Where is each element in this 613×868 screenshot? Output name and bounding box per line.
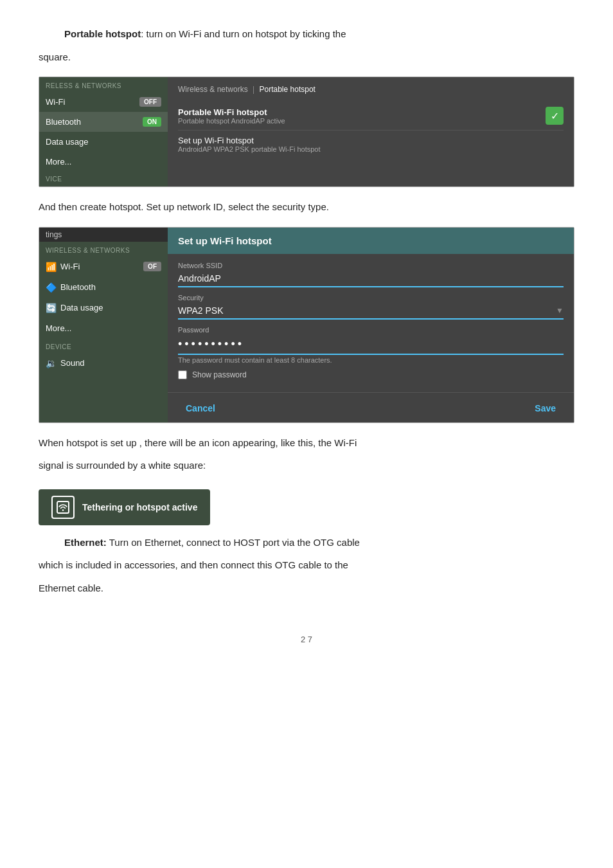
panel2-wifi-label: Wi-Fi [60, 262, 80, 271]
heading-rest: : turn on Wi-Fi and turn on hotspot by t… [141, 28, 346, 39]
panel1-section-title: RELESS & NETWORKS [39, 77, 168, 92]
screenshot-panel-2: tings WIRELESS & NETWORKS 📶 Wi-Fi OF 🔷 B… [39, 227, 574, 423]
panel1-bluetooth-label: Bluetooth [46, 117, 81, 127]
security-field: Security WPA2 PSK ▼ [178, 294, 564, 320]
tethering-text: Tethering or hotspot active [82, 502, 197, 512]
panel2-wifi-item[interactable]: 📶 Wi-Fi OF [39, 257, 168, 277]
prose2: And then create hotspot. Set up network … [39, 199, 574, 215]
show-password-checkbox[interactable] [178, 370, 187, 379]
setup-wifi-title: Set up Wi-Fi hotspot [178, 136, 564, 145]
panel1-breadcrumb: Wireless & networks | Portable hotspot [178, 85, 564, 94]
network-ssid-label: Network SSID [178, 262, 564, 269]
portable-wifi-sub: Portable hotspot AndroidAP active [178, 117, 285, 125]
security-value[interactable]: WPA2 PSK ▼ [178, 303, 564, 320]
panel2-left: tings WIRELESS & NETWORKS 📶 Wi-Fi OF 🔷 B… [39, 228, 168, 422]
panel1-bluetooth-badge: ON [143, 117, 161, 127]
panel2-sound-item[interactable]: 🔉 Sound [39, 353, 168, 374]
cancel-button[interactable]: Cancel [178, 401, 223, 416]
breadcrumb-left: Wireless & networks [178, 85, 248, 94]
footer-page-number: 2 7 [39, 635, 574, 644]
password-label: Password [178, 326, 564, 334]
ethernet-line3: Ethernet cable. [39, 580, 574, 597]
ethernet-bold: Ethernet: [64, 537, 107, 548]
ethernet-paragraph: Ethernet: Turn on Ethernet, connect to H… [64, 534, 574, 551]
panel1-more-label: More... [46, 157, 71, 167]
panel2-sound-label: Sound [60, 358, 85, 368]
portable-wifi-row[interactable]: Portable Wi-Fi hotspot Portable hotspot … [178, 102, 564, 131]
panel1-wifi-label: Wi-Fi [46, 97, 65, 107]
wifi-icon: 📶 [46, 262, 57, 272]
breadcrumb-right: Portable hotspot [260, 85, 315, 94]
screenshot-panel-1: RELESS & NETWORKS Wi-Fi OFF Bluetooth ON… [39, 77, 574, 187]
dialog-buttons: Cancel Save [168, 392, 574, 422]
setup-wifi-row[interactable]: Set up Wi-Fi hotspot AndroidAP WPA2 PSK … [178, 131, 564, 158]
panel2-wifi-badge: OF [143, 262, 161, 271]
show-password-label: Show password [192, 370, 247, 379]
bold-hotspot: Portable hotspot [64, 28, 141, 39]
panel1-wifi-item[interactable]: Wi-Fi OFF [39, 92, 168, 112]
panel1-wifi-badge: OFF [139, 97, 161, 107]
security-arrow: ▼ [556, 306, 564, 315]
password-dots: •••••••••• [178, 338, 244, 351]
network-ssid-value[interactable]: AndroidAP [178, 271, 564, 287]
breadcrumb-sep: | [253, 85, 254, 94]
password-value[interactable]: •••••••••• [178, 335, 564, 355]
panel1-data-usage-label: Data usage [46, 137, 89, 147]
password-field: Password •••••••••• The password must co… [178, 326, 564, 364]
bluetooth-icon: 🔷 [46, 282, 57, 293]
panel2-tings-label: tings [39, 228, 168, 242]
heading-paragraph: Portable hotspot: turn on Wi-Fi and turn… [64, 26, 574, 42]
panel1-data-usage-item[interactable]: Data usage [39, 132, 168, 152]
hotspot-wifi-svg [56, 500, 70, 514]
save-button[interactable]: Save [527, 401, 564, 416]
tethering-hotspot-icon [51, 496, 75, 519]
panel2-bluetooth-item[interactable]: 🔷 Bluetooth [39, 277, 168, 298]
network-ssid-field: Network SSID AndroidAP [178, 262, 564, 287]
data-usage-icon: 🔄 [46, 303, 57, 313]
heading-square: square. [39, 49, 574, 66]
panel2-bluetooth-label: Bluetooth [60, 282, 96, 292]
panel2-data-usage-item[interactable]: 🔄 Data usage [39, 298, 168, 318]
prose3: When hotspot is set up , there will be a… [39, 435, 574, 451]
panel2-data-usage-label: Data usage [60, 303, 103, 312]
portable-wifi-checkmark[interactable]: ✓ [546, 107, 564, 125]
password-hint: The password must contain at least 8 cha… [178, 356, 564, 364]
setup-wifi-sub: AndroidAP WPA2 PSK portable Wi-Fi hotspo… [178, 145, 564, 153]
panel2-device-section: DEVICE [39, 338, 168, 353]
panel2-wireless-section: WIRELESS & NETWORKS [39, 242, 168, 257]
dialog-body: Network SSID AndroidAP Security WPA2 PSK… [168, 254, 574, 392]
sound-icon: 🔉 [46, 358, 57, 368]
panel1-left: RELESS & NETWORKS Wi-Fi OFF Bluetooth ON… [39, 77, 168, 186]
tethering-strip: Tethering or hotspot active [39, 489, 210, 525]
panel2-more-label: More... [46, 323, 71, 333]
panel1-vice-label: VICE [39, 172, 168, 186]
ethernet-rest: Turn on Ethernet, connect to HOST port v… [107, 537, 360, 548]
ethernet-line2: which is included in accessories, and th… [39, 557, 574, 574]
panel2-more-item[interactable]: More... [39, 318, 168, 338]
show-password-row: Show password [178, 370, 564, 379]
portable-wifi-title: Portable Wi-Fi hotspot [178, 107, 285, 117]
panel1-bluetooth-item[interactable]: Bluetooth ON [39, 112, 168, 132]
dialog-header: Set up Wi-Fi hotspot [168, 228, 574, 254]
panel1-more-item[interactable]: More... [39, 152, 168, 172]
security-label: Security [178, 294, 564, 302]
panel2-right: Set up Wi-Fi hotspot Network SSID Androi… [168, 228, 574, 422]
panel1-right: Wireless & networks | Portable hotspot P… [168, 77, 574, 186]
prose4: signal is surrounded by a white square: [39, 457, 574, 474]
